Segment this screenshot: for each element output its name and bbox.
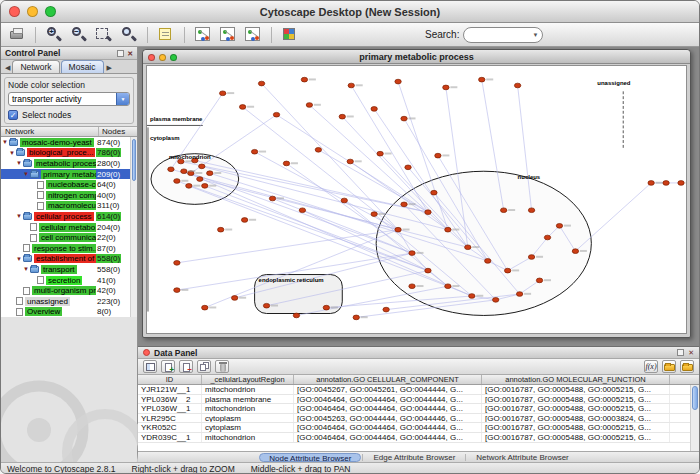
- frame-maximize-button[interactable]: [170, 54, 177, 61]
- network-node[interactable]: [572, 249, 578, 254]
- tree-row[interactable]: Overview8(0): [1, 307, 137, 318]
- network-node[interactable]: [178, 159, 184, 164]
- expander-icon[interactable]: [22, 264, 30, 274]
- network-node[interactable]: [218, 227, 224, 232]
- annotation-icon[interactable]: [156, 25, 176, 44]
- network-node[interactable]: [556, 223, 562, 228]
- tree-row[interactable]: unassigned223(0): [1, 296, 137, 307]
- tree-row[interactable]: cellular metabo...204(0): [1, 222, 137, 233]
- tab-network[interactable]: Network: [12, 60, 59, 73]
- network-node[interactable]: [663, 181, 669, 186]
- tree-row[interactable]: establishment of lo...558(0): [1, 254, 137, 265]
- network-node[interactable]: [241, 218, 247, 223]
- maximize-window-button[interactable]: [45, 6, 56, 17]
- minimize-window-button[interactable]: [27, 6, 38, 17]
- tree-row[interactable]: cell communica...22(0): [1, 232, 137, 243]
- network-node[interactable]: [445, 284, 451, 289]
- network-node[interactable]: [485, 259, 491, 264]
- network-edge[interactable]: [309, 105, 428, 212]
- network-node[interactable]: [516, 292, 522, 297]
- network-node[interactable]: [435, 153, 441, 158]
- network-node[interactable]: [306, 103, 312, 108]
- network-node[interactable]: [431, 190, 437, 195]
- select-nodes-checkbox[interactable]: [8, 110, 18, 120]
- tab-network-attribute-browser[interactable]: Network Attribute Browser: [467, 453, 577, 462]
- node-color-dropdown[interactable]: transporter activity: [8, 92, 130, 106]
- tab-node-attribute-browser[interactable]: Node Attribute Browser: [259, 453, 361, 462]
- network-node[interactable]: [283, 161, 289, 166]
- network-node[interactable]: [371, 212, 377, 217]
- tree-row[interactable]: nitrogen compo...40(0): [1, 190, 137, 201]
- function-builder-icon[interactable]: f(x): [644, 360, 658, 373]
- network-node[interactable]: [465, 245, 471, 250]
- export-attributes-folder-icon[interactable]: [680, 360, 694, 373]
- network-node[interactable]: [299, 208, 305, 213]
- table-row[interactable]: YJR121W__1mitochondrion[GO:0045267, GO:0…: [138, 385, 699, 395]
- network-node[interactable]: [199, 164, 205, 169]
- network-node[interactable]: [479, 77, 485, 82]
- network-node[interactable]: [251, 149, 257, 154]
- network-node[interactable]: [528, 255, 534, 260]
- network-node[interactable]: [504, 268, 510, 273]
- network-node[interactable]: [493, 298, 499, 303]
- network-view-icon[interactable]: [193, 25, 213, 44]
- column-header[interactable]: _cellularLayoutRegion: [202, 375, 294, 384]
- data-panel-float-icon[interactable]: [677, 349, 684, 356]
- network-node[interactable]: [202, 184, 208, 189]
- expander-icon[interactable]: [15, 158, 23, 168]
- copy-attribute-icon[interactable]: [197, 360, 211, 373]
- network-frame-titlebar[interactable]: primary metabolic process: [143, 50, 690, 64]
- float-panel-icon[interactable]: [117, 50, 124, 57]
- network-node[interactable]: [301, 77, 307, 82]
- network-node[interactable]: [273, 112, 279, 117]
- network-node[interactable]: [263, 303, 269, 308]
- zoom-in-icon[interactable]: [44, 25, 64, 44]
- network-node[interactable]: [395, 79, 401, 84]
- expander-icon[interactable]: [22, 169, 30, 179]
- frame-minimize-button[interactable]: [159, 54, 166, 61]
- network-node[interactable]: [544, 235, 550, 240]
- network-node[interactable]: [445, 227, 451, 232]
- network-node[interactable]: [231, 296, 237, 301]
- expander-icon[interactable]: [15, 211, 23, 221]
- network-edge[interactable]: [255, 152, 398, 230]
- tree-header-network[interactable]: Network: [1, 127, 99, 136]
- network-node[interactable]: [353, 315, 359, 320]
- network-node[interactable]: [528, 208, 534, 213]
- tab-scroll-right-icon[interactable]: [105, 64, 114, 73]
- import-attributes-folder-icon[interactable]: [662, 360, 676, 373]
- tree-row[interactable]: secretion41(0): [1, 275, 137, 286]
- network-new-icon[interactable]: [243, 25, 263, 44]
- table-row[interactable]: YPL036W__2plasma membrane[GO:0046464, GO…: [138, 395, 699, 405]
- network-node[interactable]: [348, 83, 354, 88]
- data-panel-close-x-icon[interactable]: [688, 349, 694, 356]
- network-node[interactable]: [395, 227, 401, 232]
- tree-scrollbar-thumb[interactable]: [132, 139, 136, 181]
- network-node[interactable]: [174, 179, 180, 184]
- network-node[interactable]: [401, 116, 407, 121]
- close-window-button[interactable]: [9, 6, 20, 17]
- network-node[interactable]: [500, 208, 506, 213]
- network-edge[interactable]: [243, 107, 398, 230]
- network-edge[interactable]: [177, 230, 398, 263]
- network-node[interactable]: [405, 165, 411, 170]
- network-node[interactable]: [377, 151, 383, 156]
- network-node[interactable]: [293, 313, 299, 318]
- zoom-fit-icon[interactable]: [119, 25, 139, 44]
- network-node[interactable]: [339, 114, 345, 119]
- new-attribute-icon[interactable]: [161, 360, 175, 373]
- tab-mosaic[interactable]: Mosaic: [61, 60, 104, 73]
- search-input[interactable]: [470, 29, 532, 41]
- network-node[interactable]: [678, 181, 684, 186]
- close-panel-icon[interactable]: [127, 50, 133, 57]
- tree-header-nodes[interactable]: Nodes: [99, 127, 137, 136]
- network-node[interactable]: [401, 202, 407, 207]
- network-node[interactable]: [269, 196, 275, 201]
- tab-scroll-left-icon[interactable]: [3, 64, 12, 73]
- tree-row[interactable]: macromolecule...311(0): [1, 201, 137, 212]
- expander-icon[interactable]: [15, 254, 23, 264]
- network-node[interactable]: [409, 251, 415, 256]
- table-row[interactable]: YKR052Ccytoplasm[GO:0046464, GO:0044464,…: [138, 423, 699, 433]
- network-node[interactable]: [323, 305, 329, 310]
- tree-row[interactable]: primary metabo...209(0): [1, 169, 137, 180]
